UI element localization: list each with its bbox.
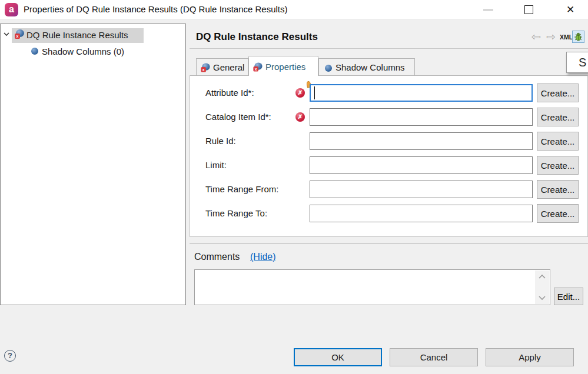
comments-hide-link[interactable]: (Hide)	[250, 252, 276, 262]
field-row-limit: Limit: Create...	[190, 156, 588, 175]
rule-id-input[interactable]	[310, 132, 533, 150]
create-button[interactable]: Create...	[537, 108, 579, 126]
limit-input[interactable]	[310, 156, 533, 174]
catalog-item-id-label: Catalog Item Id*:	[205, 112, 271, 122]
tooltip-fragment: S	[566, 52, 588, 73]
ok-button[interactable]: OK	[294, 348, 382, 366]
field-row-time-range-to: Time Range To: Create...	[190, 205, 588, 223]
attribute-id-input[interactable]	[310, 84, 533, 102]
tab-properties[interactable]: x Properties	[248, 56, 318, 76]
field-row-time-range-from: Time Range From: Create...	[190, 181, 588, 199]
limit-label: Limit:	[205, 160, 227, 170]
create-button[interactable]: Create...	[537, 204, 579, 223]
help-button[interactable]: ?	[4, 350, 16, 362]
scroll-down-icon[interactable]	[537, 293, 547, 302]
close-icon: ✕	[566, 4, 574, 15]
minimize-button[interactable]	[474, 0, 501, 19]
app-logo-icon: a	[5, 3, 18, 16]
apply-button[interactable]: Apply	[486, 348, 574, 366]
general-tab-icon: x	[201, 63, 210, 72]
object-tree-panel: x DQ Rule Instance Results Shadow Column…	[0, 24, 186, 305]
create-button[interactable]: Create...	[537, 180, 579, 199]
header-divider	[190, 48, 588, 49]
section-divider	[190, 243, 588, 243]
time-range-to-input[interactable]	[310, 205, 533, 222]
maximize-icon	[524, 5, 533, 14]
rule-id-label: Rule Id:	[205, 136, 236, 146]
error-icon: ✗	[295, 112, 305, 122]
debug-bug-icon[interactable]	[572, 31, 584, 43]
chevron-down-icon[interactable]	[2, 30, 11, 38]
window-title: Properties of DQ Rule Instance Results (…	[24, 4, 288, 14]
properties-tab-icon: x	[253, 62, 262, 71]
title-bar: a Properties of DQ Rule Instance Results…	[0, 0, 588, 19]
comments-scrollbar[interactable]	[535, 271, 549, 304]
properties-form: Attribute Id*: ✗ Create... Catalog Item …	[190, 75, 588, 237]
create-button[interactable]: Create...	[537, 156, 579, 175]
error-icon: ✗	[295, 88, 305, 98]
close-button[interactable]: ✕	[557, 0, 584, 19]
tab-shadow-columns[interactable]: Shadow Columns	[318, 58, 415, 76]
comments-textarea[interactable]	[194, 269, 550, 305]
tree-item-dq-rule-instance-results[interactable]: DQ Rule Instance Results	[26, 30, 128, 40]
comments-label: Comments	[194, 252, 240, 262]
minimize-icon	[483, 9, 493, 11]
shadow-columns-tab-icon	[325, 65, 332, 72]
field-row-attribute-id: Attribute Id*: ✗ Create...	[190, 84, 588, 102]
create-button[interactable]: Create...	[537, 132, 579, 151]
create-button[interactable]: Create...	[537, 84, 579, 102]
time-range-from-label: Time Range From:	[205, 184, 278, 194]
field-row-catalog-item-id: Catalog Item Id*: ✗ Create...	[190, 108, 588, 126]
scroll-up-icon[interactable]	[537, 272, 547, 282]
attribute-id-label: Attribute Id*:	[205, 88, 254, 98]
catalog-item-id-input[interactable]	[310, 108, 533, 126]
tree-item-shadow-columns[interactable]: Shadow Columns (0)	[42, 46, 124, 56]
time-range-from-input[interactable]	[310, 181, 533, 198]
tab-general[interactable]: x General	[196, 58, 248, 76]
properties-dialog-window: a Properties of DQ Rule Instance Results…	[0, 0, 588, 374]
forward-arrow-icon[interactable]: ⇨	[546, 30, 556, 44]
field-row-rule-id: Rule Id: Create...	[190, 132, 588, 151]
dq-rule-instance-icon: x	[15, 29, 24, 39]
edit-button[interactable]: Edit...	[554, 288, 583, 305]
time-range-to-label: Time Range To:	[205, 208, 267, 218]
panel-title: DQ Rule Instance Results	[196, 31, 318, 43]
cancel-button[interactable]: Cancel	[390, 348, 478, 366]
xml-view-button[interactable]: XML	[560, 34, 573, 41]
text-caret	[314, 86, 315, 99]
back-arrow-icon[interactable]: ⇦	[531, 30, 541, 44]
maximize-button[interactable]	[516, 0, 543, 19]
shadow-columns-icon	[31, 48, 38, 55]
